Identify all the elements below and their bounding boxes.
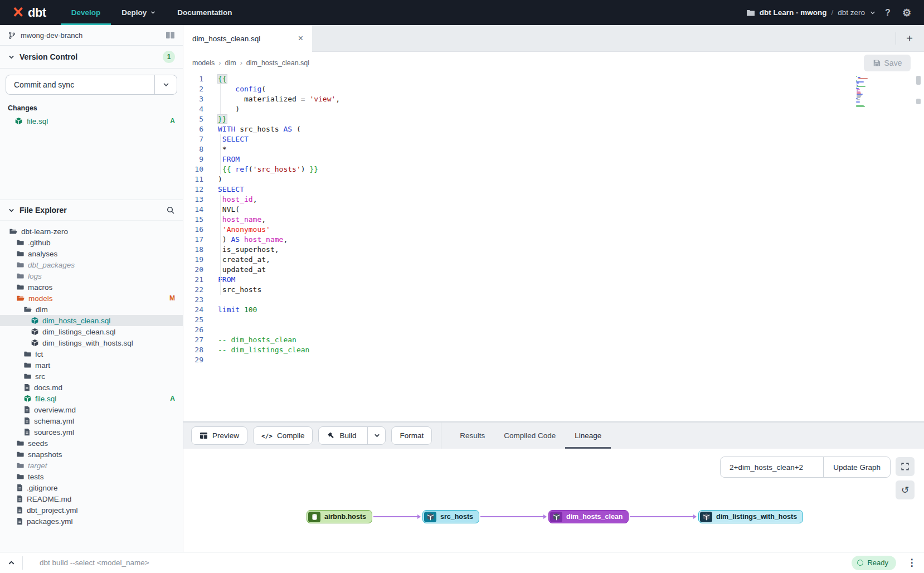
tree-item[interactable]: analyses	[0, 248, 183, 259]
lineage-node[interactable]: airbnb.hosts	[307, 510, 372, 523]
tree-item[interactable]: docs.md	[0, 382, 183, 393]
update-graph-button[interactable]: Update Graph	[823, 457, 890, 477]
compile-button[interactable]: </>Compile	[253, 426, 313, 445]
code-line[interactable]: 10 {{ ref('src_hosts') }}	[183, 164, 924, 174]
code-line[interactable]: 21FROM	[183, 275, 924, 285]
scrollbar-thumb[interactable]	[916, 76, 921, 85]
breadcrumb-item[interactable]: dim	[225, 59, 236, 67]
code-line[interactable]: 7 SELECT	[183, 134, 924, 144]
code-line[interactable]: 15 host_name,	[183, 215, 924, 225]
reset-view-icon[interactable]: ↺	[896, 480, 915, 499]
tree-item[interactable]: .gitignore	[0, 482, 183, 493]
tree-item[interactable]: fct	[0, 348, 183, 360]
build-button[interactable]: Build	[318, 426, 386, 445]
tree-item[interactable]: file.sqlA	[0, 393, 183, 404]
new-tab-button[interactable]: +	[903, 32, 916, 45]
code-line[interactable]: 14 NVL(	[183, 205, 924, 215]
tree-item[interactable]: seeds	[0, 438, 183, 449]
gear-icon[interactable]: ⚙	[899, 6, 914, 20]
project-switcher[interactable]: dbt Learn - mwong / dbt zero	[746, 8, 876, 17]
code-line[interactable]: 5}}	[183, 114, 924, 124]
code-line[interactable]: 18 is_superhost,	[183, 245, 924, 255]
code-line[interactable]: 12SELECT	[183, 184, 924, 195]
code-line[interactable]: 28-- dim_listings_clean	[183, 345, 924, 355]
tree-item[interactable]: modelsM	[0, 293, 183, 304]
code-line[interactable]: 2 config(	[183, 84, 924, 94]
tree-item[interactable]: .github	[0, 237, 183, 248]
fullscreen-button[interactable]	[896, 457, 915, 476]
dbt-logo[interactable]: ✕ dbt	[0, 0, 61, 25]
search-icon[interactable]	[166, 206, 175, 215]
tree-item[interactable]: logs	[0, 270, 183, 281]
tree-item[interactable]: README.md	[0, 493, 183, 504]
lineage-node[interactable]: src_hosts	[422, 510, 479, 523]
close-icon[interactable]: ×	[298, 33, 303, 43]
code-line[interactable]: 26	[183, 325, 924, 335]
version-control-header[interactable]: Version Control 1	[0, 46, 183, 69]
tree-item[interactable]: mart	[0, 360, 183, 371]
tree-item[interactable]: dbt_packages	[0, 259, 183, 270]
code-line[interactable]: 4 )	[183, 104, 924, 114]
panel-tab-results[interactable]: Results	[450, 423, 494, 449]
tree-item[interactable]: tests	[0, 471, 183, 482]
tree-item[interactable]: dbt_project.yml	[0, 504, 183, 516]
code-line-content: )	[203, 104, 240, 114]
tree-item[interactable]: packages.yml	[0, 516, 183, 527]
tree-item[interactable]: macros	[0, 281, 183, 293]
panel-tab-lineage[interactable]: Lineage	[565, 423, 611, 449]
code-line[interactable]: 11)	[183, 174, 924, 184]
file-explorer-header[interactable]: File Explorer	[0, 200, 183, 221]
editor-tab[interactable]: dim_hosts_clean.sql ×	[183, 25, 312, 52]
tree-item[interactable]: schema.yml	[0, 415, 183, 426]
code-line[interactable]: 17 ) AS host_name,	[183, 235, 924, 245]
help-icon[interactable]: ?	[881, 6, 895, 20]
code-line[interactable]: 23	[183, 295, 924, 305]
tree-item[interactable]: src	[0, 371, 183, 382]
commit-options-caret[interactable]	[154, 75, 177, 94]
tree-item[interactable]: dim_listings_with_hosts.sql	[0, 337, 183, 348]
tree-item[interactable]: dim	[0, 304, 183, 315]
docs-columns-icon[interactable]	[166, 31, 175, 39]
code-line[interactable]: 16 'Anonymous'	[183, 225, 924, 235]
command-input[interactable]	[23, 559, 852, 567]
changed-file-row[interactable]: file.sqlA	[0, 115, 183, 127]
lineage-selector-input[interactable]	[721, 457, 823, 477]
code-line[interactable]: 8 *	[183, 144, 924, 154]
nav-item-documentation[interactable]: Documentation	[167, 0, 242, 25]
save-button[interactable]: Save	[864, 55, 911, 71]
breadcrumb-item[interactable]: dim_hosts_clean.sql	[246, 59, 309, 67]
nav-item-deploy[interactable]: Deploy	[111, 0, 167, 25]
code-line[interactable]: 6WITH src_hosts AS (	[183, 124, 924, 134]
lineage-node[interactable]: dim_hosts_clean	[548, 510, 629, 523]
tree-item[interactable]: dim_listings_clean.sql	[0, 326, 183, 337]
code-line[interactable]: 27-- dim_hosts_clean	[183, 335, 924, 345]
tree-item[interactable]: target	[0, 460, 183, 471]
kebab-menu-icon[interactable]: ⋮	[904, 557, 920, 569]
breadcrumb-item[interactable]: models	[192, 59, 215, 67]
code-line[interactable]: 20 updated_at	[183, 265, 924, 275]
chevron-up-icon[interactable]	[0, 559, 22, 567]
nav-item-develop[interactable]: Develop	[61, 0, 111, 25]
format-button[interactable]: Format	[391, 426, 432, 445]
tree-item[interactable]: dim_hosts_clean.sql	[0, 315, 183, 326]
code-line[interactable]: 13 host_id,	[183, 195, 924, 205]
code-line[interactable]: 19 created_at,	[183, 255, 924, 265]
lineage-node[interactable]: dim_listings_with_hosts	[698, 510, 803, 523]
code-line[interactable]: 24limit 100	[183, 305, 924, 315]
tree-item[interactable]: overview.md	[0, 404, 183, 415]
tree-item[interactable]: dbt-learn-zero	[0, 226, 183, 237]
tree-item[interactable]: snapshots	[0, 449, 183, 460]
build-options-caret[interactable]	[367, 427, 381, 444]
code-line[interactable]: 29	[183, 355, 924, 365]
tree-item[interactable]: sources.yml	[0, 426, 183, 438]
code-editor[interactable]: 1{{2 config(3 materialized = 'view',4 )5…	[183, 74, 924, 422]
panel-tab-compiled-code[interactable]: Compiled Code	[494, 423, 565, 449]
code-line[interactable]: 9 FROM	[183, 154, 924, 164]
commit-and-sync-button[interactable]: Commit and sync	[6, 75, 177, 95]
branch-row[interactable]: mwong-dev-branch	[0, 25, 183, 46]
code-line[interactable]: 1{{	[183, 74, 924, 84]
code-line[interactable]: 22 src_hosts	[183, 285, 924, 295]
code-line[interactable]: 25	[183, 315, 924, 325]
preview-button[interactable]: Preview	[191, 426, 247, 445]
code-line[interactable]: 3 materialized = 'view',	[183, 94, 924, 104]
